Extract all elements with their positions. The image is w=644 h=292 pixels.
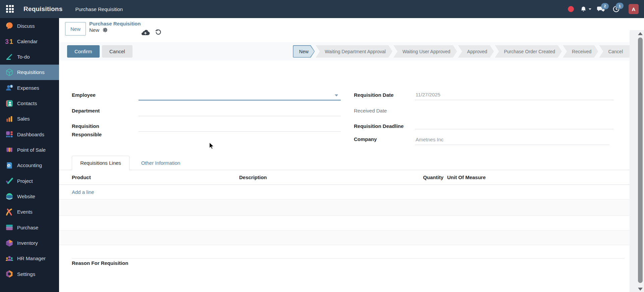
requisition-deadline-field[interactable] bbox=[415, 129, 614, 129]
user-avatar[interactable]: A bbox=[629, 4, 639, 14]
sidebar-item-label: Events bbox=[17, 209, 33, 215]
menu-purchase-requisition[interactable]: Purchase Requisition bbox=[75, 6, 123, 12]
sidebar-item-inventory[interactable]: Inventory bbox=[0, 235, 59, 251]
requisition-date-value[interactable]: 11/27/2025 bbox=[416, 92, 440, 97]
status-stage-new[interactable]: New bbox=[293, 45, 315, 58]
add-a-line-link[interactable]: Add a line bbox=[72, 189, 94, 195]
breadcrumb-row: New Purchase Requisition New bbox=[59, 18, 630, 43]
table-empty-row bbox=[59, 245, 630, 259]
breadcrumb-parent-link[interactable]: Purchase Requisition bbox=[89, 21, 141, 26]
department-label: Department bbox=[72, 106, 100, 115]
apps-menu-icon[interactable] bbox=[6, 5, 14, 13]
sidebar-item-events[interactable]: Events bbox=[0, 204, 59, 220]
new-record-button[interactable]: New bbox=[65, 22, 86, 35]
sidebar-item-project[interactable]: Project bbox=[0, 173, 59, 189]
messages-icon[interactable]: 2 bbox=[597, 6, 605, 13]
messages-badge: 2 bbox=[601, 3, 609, 9]
expenses-icon: $ bbox=[5, 83, 14, 92]
sidebar-item-discuss[interactable]: Discuss bbox=[0, 18, 59, 33]
column-unit-of-measure: Unit Of Measure bbox=[447, 174, 486, 180]
status-stage-received[interactable]: Received bbox=[563, 45, 598, 58]
company-field[interactable] bbox=[415, 145, 609, 145]
sidebar-item-hr-manager[interactable]: HR Manager bbox=[0, 251, 59, 266]
received-date-label: Received Date bbox=[354, 106, 387, 115]
sidebar-item-to-do[interactable]: To-do bbox=[0, 49, 59, 65]
sidebar-item-label: Accounting bbox=[17, 162, 42, 168]
save-cloud-icon[interactable] bbox=[141, 29, 150, 35]
sidebar-item-accounting[interactable]: $Accounting bbox=[0, 158, 59, 173]
department-field[interactable] bbox=[139, 116, 341, 116]
status-stage-waiting-user-approved[interactable]: Waiting User Approved bbox=[393, 45, 457, 58]
events-icon bbox=[5, 208, 14, 216]
scroll-up-arrow[interactable] bbox=[638, 32, 643, 35]
status-stage-waiting-department-approval[interactable]: Waiting Department Approval bbox=[316, 45, 392, 58]
app-name[interactable]: Requisitions bbox=[23, 5, 62, 13]
project-icon bbox=[5, 176, 14, 185]
sidebar-item-label: Dashboards bbox=[17, 132, 44, 137]
gear-icon[interactable] bbox=[102, 27, 108, 33]
breadcrumb: Purchase Requisition New bbox=[89, 21, 141, 33]
company-value[interactable]: Ametnes Inc bbox=[416, 137, 443, 142]
notifications-bell-icon[interactable] bbox=[580, 6, 591, 13]
sidebar-item-contacts[interactable]: Contacts bbox=[0, 96, 59, 111]
contacts-icon bbox=[5, 99, 14, 108]
sidebar-item-website[interactable]: Website bbox=[0, 189, 59, 204]
sidebar-item-label: Sales bbox=[17, 116, 30, 122]
dashboards-icon bbox=[5, 130, 14, 139]
sales-icon bbox=[5, 115, 14, 123]
sidebar: Discuss31CalendarTo-doRequisitions$Expen… bbox=[0, 18, 59, 292]
sidebar-item-dashboards[interactable]: Dashboards bbox=[0, 127, 59, 142]
sidebar-item-settings[interactable]: Settings bbox=[0, 266, 59, 282]
requisition-responsible-label: Requisition Responsible bbox=[72, 122, 114, 139]
notebook-tabs: Requisitions Lines Other Information bbox=[59, 156, 630, 170]
employee-label: Employee bbox=[72, 91, 96, 99]
svg-text:$: $ bbox=[8, 164, 10, 167]
sidebar-item-calendar[interactable]: 31Calendar bbox=[0, 33, 59, 49]
requisition-responsible-field[interactable] bbox=[139, 131, 341, 132]
discard-undo-icon[interactable] bbox=[155, 29, 162, 35]
sidebar-item-label: Contacts bbox=[17, 100, 37, 106]
requisitions-icon bbox=[5, 68, 14, 77]
tab-other-information[interactable]: Other Information bbox=[136, 156, 186, 170]
chevron-down-icon bbox=[589, 8, 591, 10]
employee-dropdown-caret-icon[interactable] bbox=[335, 94, 338, 96]
accounting-icon: $ bbox=[5, 161, 14, 170]
main-content: New Purchase Requisition New Confirm Can… bbox=[59, 18, 634, 292]
column-product: Product bbox=[72, 174, 91, 180]
tab-requisitions-lines[interactable]: Requisitions Lines bbox=[72, 156, 129, 170]
svg-text:$: $ bbox=[10, 85, 12, 88]
svg-text:3: 3 bbox=[5, 38, 9, 45]
sidebar-item-label: Project bbox=[17, 178, 33, 184]
purchase-icon bbox=[5, 223, 14, 232]
requisition-deadline-label: Requisition Deadline bbox=[354, 122, 404, 130]
sidebar-item-purchase[interactable]: Purchase bbox=[0, 220, 59, 235]
cancel-button[interactable]: Cancel bbox=[102, 45, 132, 58]
scrollbar-thumb[interactable] bbox=[638, 38, 643, 283]
status-stage-purchase-order-created[interactable]: Purchase Order Created bbox=[495, 45, 562, 58]
point-of-sale-icon bbox=[5, 146, 14, 154]
sidebar-item-label: Requisitions bbox=[17, 69, 45, 75]
inventory-icon bbox=[5, 239, 14, 247]
discuss-icon bbox=[5, 21, 14, 30]
sidebar-item-label: Settings bbox=[17, 271, 35, 277]
employee-field[interactable] bbox=[139, 100, 341, 100]
sidebar-item-label: To-do bbox=[17, 54, 30, 60]
top-navbar: Requisitions Purchase Requisition 2 1 A bbox=[0, 0, 644, 18]
svg-text:1: 1 bbox=[9, 38, 13, 45]
sidebar-item-sales[interactable]: Sales bbox=[0, 111, 59, 127]
table-empty-row bbox=[59, 215, 630, 230]
status-stage-cancel[interactable]: Cancel bbox=[599, 45, 630, 58]
section-divider bbox=[72, 258, 625, 259]
requisition-date-field[interactable] bbox=[415, 100, 614, 100]
action-row: Confirm Cancel NewWaiting Department App… bbox=[59, 42, 630, 61]
confirm-button[interactable]: Confirm bbox=[67, 45, 100, 58]
sidebar-item-requisitions[interactable]: Requisitions bbox=[0, 65, 59, 80]
scroll-down-arrow[interactable] bbox=[638, 288, 643, 291]
table-header-divider bbox=[59, 185, 630, 185]
column-description: Description bbox=[239, 174, 267, 180]
vertical-scrollbar bbox=[630, 30, 644, 292]
activities-clock-icon[interactable]: 1 bbox=[612, 5, 620, 13]
sidebar-item-expenses[interactable]: $Expenses bbox=[0, 80, 59, 95]
sidebar-item-point-of-sale[interactable]: Point of Sale bbox=[0, 142, 59, 158]
status-stage-approved[interactable]: Approved bbox=[458, 45, 494, 58]
